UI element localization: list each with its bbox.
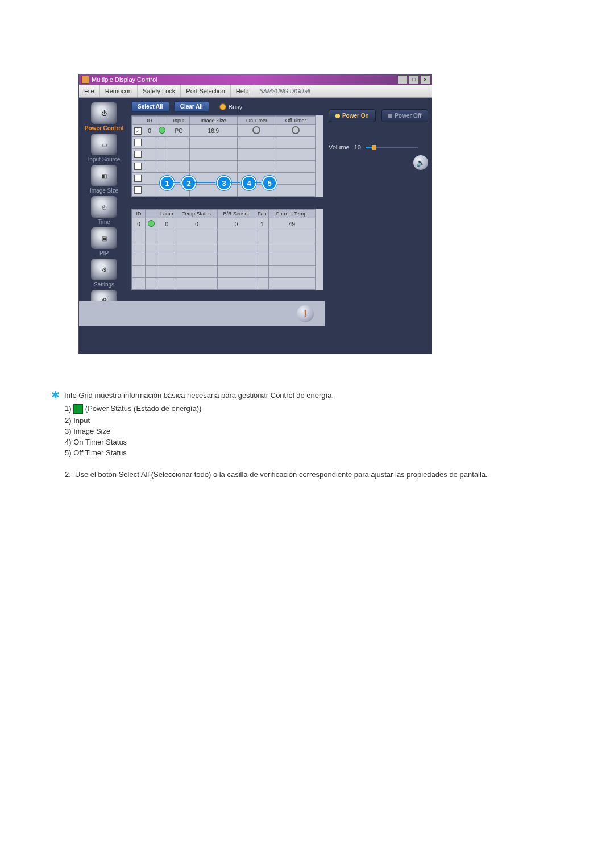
menu-help[interactable]: Help	[231, 85, 255, 97]
scrollbar[interactable]	[316, 209, 323, 290]
col-image-size: Image Size	[190, 117, 237, 125]
table-row[interactable]: 0 0 0 0 1 49	[132, 218, 316, 230]
power-on-button[interactable]: Power On	[329, 109, 376, 122]
legend-list: 1) (Power Status (Estado de energía)) 2)…	[65, 404, 574, 457]
alert-icon: !	[297, 305, 314, 322]
busy-indicator: Busy	[219, 103, 242, 110]
row-checkbox[interactable]	[134, 163, 142, 170]
sidebar-label: Input Source	[81, 156, 127, 163]
speaker-icon[interactable]: 🔈	[413, 155, 428, 170]
intro-text: Info Grid muestra información básica nec…	[64, 391, 334, 401]
status-bar: !	[79, 301, 325, 326]
title-bar: Multiple Display Control _ □ ×	[79, 74, 432, 85]
select-all-button[interactable]: Select All	[131, 101, 169, 112]
menu-remocon[interactable]: Remocon	[100, 85, 138, 97]
col-on-timer: On Timer	[237, 117, 276, 125]
app-window: Multiple Display Control _ □ × File Remo…	[78, 74, 432, 354]
col-id2: ID	[132, 210, 146, 218]
col-off-timer: Off Timer	[276, 117, 316, 125]
menu-file[interactable]: File	[79, 85, 100, 97]
volume-label: Volume	[329, 144, 350, 151]
power-status-legend-icon	[73, 404, 83, 414]
pip-icon: ▣	[91, 227, 117, 249]
callout-2: 2	[181, 176, 196, 190]
volume-control: Volume 10	[329, 144, 428, 151]
sidebar-item-input-source[interactable]: ▭ Input Source	[81, 134, 127, 163]
scrollbar[interactable]	[316, 115, 323, 197]
col-id: ID	[143, 117, 156, 125]
row-checkbox[interactable]	[134, 139, 142, 146]
row-checkbox[interactable]	[134, 186, 142, 194]
col-br-senser: B/R Senser	[217, 210, 255, 218]
col-temp-status: Temp.Status	[176, 210, 217, 218]
sidebar-label: PIP	[81, 250, 127, 256]
callout-1: 1	[160, 176, 175, 190]
minimize-button[interactable]: _	[397, 75, 408, 84]
clock-icon: ◴	[91, 196, 117, 218]
right-panel: Power On Power Off Volume 10 🔈	[325, 98, 432, 354]
sidebar-label: Image Size	[81, 188, 127, 194]
source-icon: ▭	[91, 134, 117, 155]
grid-toolbar: Select All Clear All Busy	[131, 101, 323, 112]
volume-slider[interactable]	[366, 147, 418, 148]
brand-label: SAMSUNG DIGITall	[254, 85, 432, 97]
busy-label: Busy	[229, 103, 242, 110]
menu-bar: File Remocon Safety Lock Port Selection …	[79, 85, 432, 98]
image-size-icon: ◧	[91, 165, 117, 186]
sidebar-item-settings[interactable]: ⚙ Settings	[81, 259, 127, 288]
row-checkbox[interactable]	[134, 151, 142, 158]
menu-port-selection[interactable]: Port Selection	[181, 85, 230, 97]
callout-3: 3	[217, 176, 231, 190]
callout-5: 5	[262, 176, 277, 190]
clear-all-button[interactable]: Clear All	[174, 101, 209, 112]
power-status-icon	[159, 127, 165, 134]
window-title: Multiple Display Control	[92, 76, 157, 83]
cell-id: 0	[143, 125, 156, 137]
sidebar-item-pip[interactable]: ▣ PIP	[81, 227, 127, 256]
sidebar-label: Time	[81, 219, 127, 225]
sidebar-item-power-control[interactable]: ⏻ Power Control	[81, 102, 127, 131]
main-column: Select All Clear All Busy ID Input Image…	[129, 98, 325, 354]
callout-4: 4	[242, 176, 256, 190]
table-row[interactable]: 0 PC 16:9	[132, 125, 316, 137]
menu-safety-lock[interactable]: Safety Lock	[138, 85, 181, 97]
app-icon	[81, 76, 89, 84]
note-2: 2. Use el botón Select All (Seleccionar …	[65, 470, 574, 480]
power-status-icon	[148, 220, 155, 227]
on-timer-icon	[252, 126, 260, 134]
sidebar-label: Power Control	[81, 125, 127, 131]
sidebar-item-image-size[interactable]: ◧ Image Size	[81, 165, 127, 194]
col-current-temp: Current Temp.	[268, 210, 315, 218]
sidebar-label: Settings	[81, 281, 127, 288]
busy-dot-icon	[219, 103, 226, 110]
close-button[interactable]: ×	[420, 75, 430, 84]
col-fan: Fan	[255, 210, 268, 218]
cell-input: PC	[168, 125, 190, 137]
volume-value: 10	[354, 144, 361, 151]
col-input: Input	[168, 117, 190, 125]
maximize-button[interactable]: □	[409, 75, 419, 84]
sidebar-item-time[interactable]: ◴ Time	[81, 196, 127, 225]
col-lamp: Lamp	[157, 210, 176, 218]
off-timer-icon	[292, 126, 300, 134]
power-off-button[interactable]: Power Off	[381, 109, 429, 122]
info-grid-2: ID Lamp Temp.Status B/R Senser Fan Curre…	[131, 209, 316, 290]
cell-image-size: 16:9	[190, 125, 237, 137]
row-checkbox[interactable]	[134, 175, 142, 182]
description-block: ✱ Info Grid muestra información básica n…	[51, 391, 574, 480]
power-icon: ⏻	[91, 102, 117, 124]
star-icon: ✱	[51, 391, 60, 400]
row-checkbox[interactable]	[134, 127, 142, 135]
gear-icon: ⚙	[91, 259, 117, 280]
